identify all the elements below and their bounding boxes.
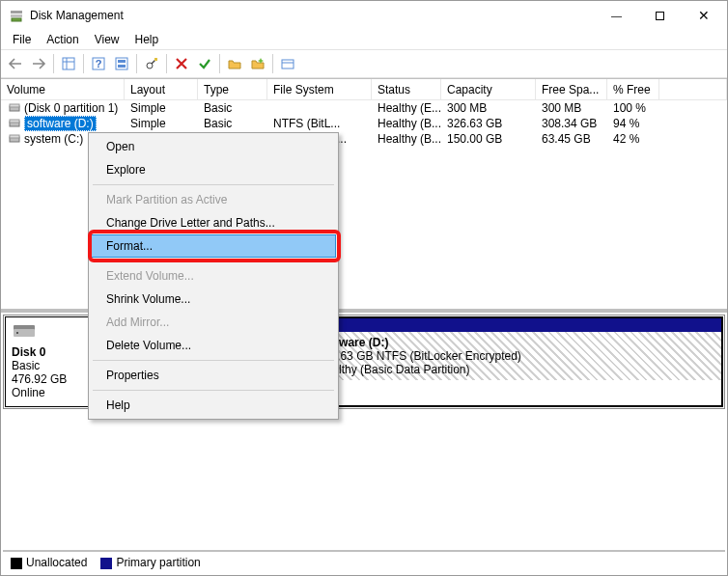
minimize-button[interactable]: — — [595, 2, 638, 30]
svg-rect-18 — [10, 104, 19, 107]
svg-rect-15 — [282, 60, 294, 69]
table-row[interactable]: software (D:)SimpleBasicNTFS (BitL...Hea… — [1, 116, 727, 131]
svg-rect-10 — [118, 60, 126, 63]
menu-item-format[interactable]: Format... — [91, 234, 336, 258]
forward-button[interactable] — [28, 53, 49, 74]
context-menu: OpenExploreMark Partition as ActiveChang… — [88, 132, 339, 420]
disk-icon — [12, 321, 37, 343]
svg-rect-3 — [657, 12, 664, 19]
disk-type: Basic — [12, 359, 95, 372]
window-title: Disk Management — [30, 9, 595, 22]
menu-item-open[interactable]: Open — [91, 135, 336, 158]
menu-item-shrink-volume[interactable]: Shrink Volume... — [91, 288, 336, 311]
disk-status: Online — [12, 386, 95, 399]
menu-separator — [93, 261, 334, 261]
svg-point-25 — [16, 332, 18, 334]
svg-rect-0 — [11, 11, 22, 14]
svg-rect-14 — [154, 58, 157, 61]
app-icon — [9, 8, 24, 23]
disk-size: 476.92 GB — [12, 372, 95, 386]
menu-item-extend-volume: Extend Volume... — [91, 264, 336, 288]
title-bar: Disk Management — ✕ — [1, 1, 727, 30]
window-buttons: — ✕ — [595, 2, 725, 30]
menu-separator — [93, 184, 334, 185]
column-layout[interactable]: Layout — [125, 79, 198, 99]
svg-rect-1 — [11, 14, 22, 17]
menu-item-properties[interactable]: Properties — [91, 364, 336, 387]
svg-rect-11 — [118, 65, 126, 68]
menu-item-delete-volume[interactable]: Delete Volume... — [91, 334, 336, 357]
column-spacer — [659, 79, 727, 99]
disk-info[interactable]: Disk 0 Basic 476.92 GB Online — [5, 316, 101, 407]
disk-header: Disk 0 — [12, 345, 45, 359]
menu-item-explore[interactable]: Explore — [91, 158, 336, 181]
view-list-button[interactable] — [58, 53, 79, 74]
close-button[interactable]: ✕ — [682, 2, 725, 30]
svg-rect-20 — [10, 120, 19, 123]
maximize-button[interactable] — [638, 2, 682, 30]
legend-unallocated: Unallocated — [11, 556, 87, 569]
column-status[interactable]: Status — [372, 79, 441, 99]
settings-button[interactable] — [141, 53, 162, 74]
apply-button[interactable] — [194, 53, 215, 74]
toolbar: ? — [1, 49, 727, 78]
options-button[interactable] — [277, 53, 298, 74]
svg-rect-2 — [12, 18, 21, 21]
column-volume[interactable]: Volume — [1, 79, 125, 99]
new-button[interactable] — [247, 53, 268, 74]
svg-rect-9 — [116, 58, 127, 69]
menu-item-mark-partition-as-active: Mark Partition as Active — [91, 188, 336, 211]
back-button[interactable] — [5, 53, 26, 74]
partition[interactable]: software (D:)326.63 GB NTFS (BitLocker E… — [310, 316, 723, 407]
view-disks-button[interactable] — [111, 53, 132, 74]
menu-bar: File Action View Help — [1, 30, 727, 49]
menu-separator — [93, 360, 334, 361]
column-type[interactable]: Type — [198, 79, 267, 99]
svg-rect-4 — [63, 58, 74, 69]
menu-help[interactable]: Help — [127, 31, 167, 48]
menu-action[interactable]: Action — [39, 31, 86, 48]
legend-primary: Primary partition — [100, 556, 200, 569]
column-pctfree[interactable]: % Free — [607, 79, 659, 99]
menu-item-change-drive-letter-and-paths[interactable]: Change Drive Letter and Paths... — [91, 211, 336, 234]
delete-button[interactable] — [171, 53, 192, 74]
svg-rect-22 — [10, 135, 19, 138]
menu-item-help[interactable]: Help — [91, 394, 336, 417]
legend: Unallocated Primary partition — [3, 550, 725, 573]
svg-text:?: ? — [96, 58, 102, 69]
column-filesystem[interactable]: File System — [267, 79, 372, 99]
table-row[interactable]: (Disk 0 partition 1)SimpleBasicHealthy (… — [1, 100, 727, 116]
menu-view[interactable]: View — [87, 31, 127, 48]
column-freespace[interactable]: Free Spa... — [536, 79, 607, 99]
menu-separator — [93, 390, 334, 391]
column-capacity[interactable]: Capacity — [441, 79, 536, 99]
help-button[interactable]: ? — [88, 53, 109, 74]
column-headers: Volume Layout Type File System Status Ca… — [1, 79, 727, 100]
menu-item-add-mirror: Add Mirror... — [91, 311, 336, 334]
menu-file[interactable]: File — [5, 31, 39, 48]
open-folder-button[interactable] — [224, 53, 245, 74]
